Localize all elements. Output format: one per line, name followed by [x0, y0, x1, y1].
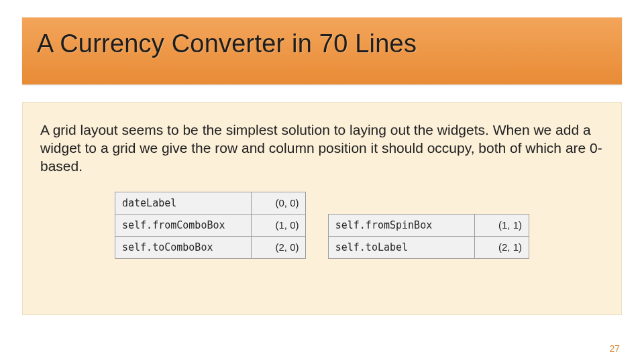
cell-widget-name: self.toLabel: [328, 236, 474, 258]
cell-widget-name: self.fromSpinBox: [328, 214, 474, 236]
cell-widget-name: self.fromComboBox: [115, 214, 252, 236]
cell-widget-coord: (2, 1): [474, 236, 529, 258]
grid-layout-table: dateLabel (0, 0) self.fromComboBox (1, 0…: [115, 192, 529, 259]
table-row: dateLabel (0, 0): [115, 192, 529, 214]
cell-widget-coord: (1, 0): [252, 214, 306, 236]
page-number: 27: [609, 343, 620, 354]
table-row: self.fromComboBox (1, 0) self.fromSpinBo…: [115, 214, 529, 236]
cell-gap: [306, 192, 328, 214]
cell-gap: [306, 236, 328, 258]
cell-widget-coord: (2, 0): [252, 236, 306, 258]
cell-widget-coord: (1, 1): [474, 214, 529, 236]
title-bar: A Currency Converter in 70 Lines: [22, 17, 622, 84]
grid-table-wrap: dateLabel (0, 0) self.fromComboBox (1, 0…: [40, 192, 604, 259]
cell-widget-name: dateLabel: [115, 192, 252, 214]
slide-title: A Currency Converter in 70 Lines: [37, 29, 607, 58]
body-text: A grid layout seems to be the simplest s…: [40, 121, 604, 176]
cell-widget-coord: (0, 0): [252, 192, 306, 214]
slide: A Currency Converter in 70 Lines A grid …: [0, 0, 644, 362]
table-row: self.toComboBox (2, 0) self.toLabel (2, …: [115, 236, 529, 258]
cell-widget-name: self.toComboBox: [115, 236, 252, 258]
body-panel: A grid layout seems to be the simplest s…: [22, 102, 622, 315]
cell-empty: [328, 192, 474, 214]
cell-gap: [306, 214, 328, 236]
cell-empty: [474, 192, 529, 214]
